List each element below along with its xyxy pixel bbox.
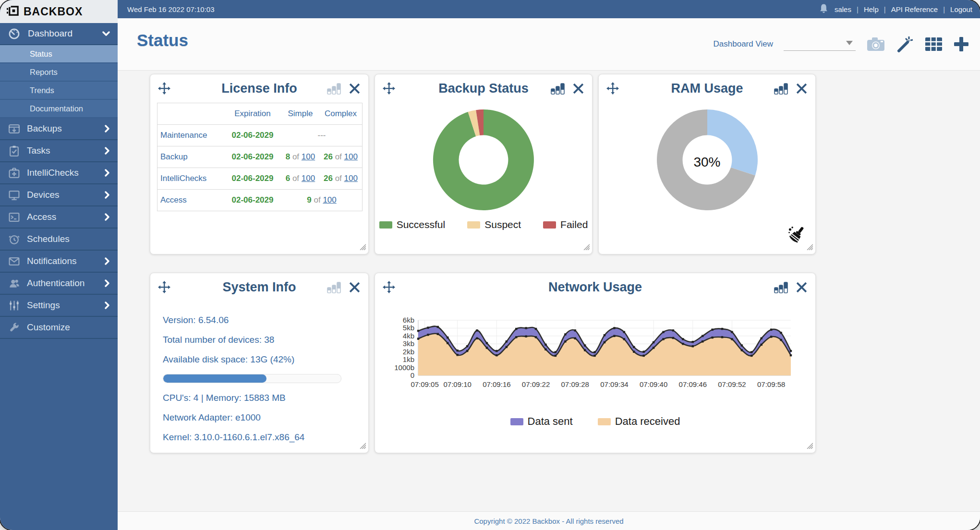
resize-handle[interactable] [359, 243, 366, 252]
column-header: Complex [319, 103, 363, 125]
move-handle-icon[interactable] [158, 82, 170, 96]
chevron-right-icon [104, 301, 110, 309]
sidebar-item-trends[interactable]: Trends [0, 82, 118, 100]
sidebar-item-status[interactable]: Status [0, 45, 118, 63]
brand-name: BACKBOX [24, 5, 83, 18]
chart-bars-icon[interactable] [326, 82, 341, 97]
dashboard-view-select[interactable] [784, 38, 856, 51]
svg-text:6kb: 6kb [403, 316, 414, 324]
chart-bars-icon[interactable] [773, 82, 788, 97]
svg-text:1kb: 1kb [403, 355, 414, 363]
logout-link[interactable]: Logout [950, 5, 972, 13]
brand-header: BACKBOX [0, 0, 118, 23]
sidebar-item-settings[interactable]: Settings [0, 295, 118, 317]
table-view-icon[interactable] [925, 37, 943, 51]
sidebar-item-dashboard[interactable]: Dashboard [0, 23, 118, 45]
move-handle-icon[interactable] [383, 281, 395, 295]
license-total-link[interactable]: 100 [302, 174, 315, 183]
magic-wand-icon[interactable] [896, 36, 914, 53]
close-icon[interactable] [349, 83, 361, 96]
separator: | [943, 5, 945, 13]
sidebar-item-documentation[interactable]: Documentation [0, 100, 118, 118]
chevron-right-icon [104, 169, 110, 177]
sidebar-item-label: Customize [27, 322, 70, 333]
move-handle-icon[interactable] [606, 82, 619, 96]
add-widget-plus-icon[interactable] [953, 36, 969, 52]
legend-label: Suspect [484, 219, 521, 230]
license-total-link[interactable]: 100 [344, 174, 358, 183]
chevron-right-icon [104, 147, 110, 155]
license-total-link[interactable]: 100 [344, 152, 358, 161]
widget-title: Network Usage [375, 273, 815, 295]
move-handle-icon[interactable] [383, 82, 395, 96]
api-reference-link[interactable]: API Reference [891, 5, 938, 13]
table-row: Access02-06-20299 of 100 [157, 190, 363, 211]
chart-bars-icon[interactable] [326, 281, 341, 296]
move-handle-icon[interactable] [158, 281, 170, 295]
close-icon[interactable] [796, 281, 808, 295]
ram-percent-label: 30% [599, 155, 815, 170]
separator: | [884, 5, 886, 13]
sidebar-item-backups[interactable]: Backups [0, 118, 118, 140]
disk-usage-fill [163, 374, 266, 383]
chart-bars-icon[interactable] [773, 281, 788, 296]
network-usage-legend: Data sentData received [375, 415, 815, 428]
topbar: Wed Feb 16 2022 07:10:03 sales | Help | … [118, 0, 980, 18]
resize-handle[interactable] [806, 243, 813, 252]
sidebar-item-intellichecks[interactable]: IntelliChecks [0, 162, 118, 184]
svg-text:07:09:10: 07:09:10 [443, 380, 471, 388]
svg-text:07:09:40: 07:09:40 [640, 380, 667, 388]
notifications-envelope-icon [8, 255, 20, 267]
chevron-right-icon [104, 191, 110, 199]
widget-system-info: System Info Version: 6.54.06Total number… [150, 273, 369, 453]
column-header [157, 103, 224, 125]
sidebar-item-customize[interactable]: Customize [0, 317, 118, 339]
sidebar-item-label: Authentication [27, 278, 85, 289]
system-info-line: Network Adapter: e1000 [163, 412, 356, 423]
tasks-clipboard-icon [8, 145, 20, 157]
caret-down-icon [846, 41, 853, 45]
legend-item: Suspect [467, 219, 521, 230]
system-info-line: CPU's: 4 | Memory: 15883 MB [163, 393, 356, 403]
screenshot-camera-icon[interactable] [866, 36, 885, 52]
backup-box-icon [8, 123, 20, 135]
license-total-link[interactable]: 100 [302, 152, 315, 161]
legend-item: Data received [598, 415, 680, 428]
sidebar-item-authentication[interactable]: Authentication [0, 273, 118, 295]
help-link[interactable]: Help [864, 5, 879, 13]
legend-swatch [598, 418, 611, 425]
sidebar-item-label: IntelliChecks [27, 168, 79, 178]
chevron-down-icon [102, 31, 110, 36]
close-icon[interactable] [796, 83, 808, 96]
user-menu[interactable]: sales [835, 5, 851, 13]
sidebar-item-access[interactable]: Access [0, 206, 118, 229]
resize-handle[interactable] [806, 442, 813, 451]
close-icon[interactable] [349, 281, 361, 295]
sidebar-item-label: Settings [27, 300, 60, 311]
svg-text:07:09:52: 07:09:52 [718, 380, 746, 388]
chart-bars-icon[interactable] [550, 82, 565, 97]
sidebar-item-notifications[interactable]: Notifications [0, 251, 118, 273]
cleanup-broom-icon[interactable] [787, 225, 806, 245]
backup-status-legend: SuccessfulSuspectFailed [375, 219, 592, 230]
gauge-icon [8, 28, 20, 40]
svg-text:07:09:05: 07:09:05 [411, 380, 438, 388]
resize-handle[interactable] [359, 442, 366, 451]
access-terminal-icon [8, 211, 20, 223]
sidebar-item-label: Dashboard [28, 28, 73, 39]
license-name: Maintenance [157, 125, 224, 146]
bell-icon[interactable] [818, 3, 829, 15]
sidebar-item-reports[interactable]: Reports [0, 63, 118, 82]
svg-text:07:09:22: 07:09:22 [522, 380, 550, 388]
resize-handle[interactable] [583, 243, 590, 252]
sidebar-item-tasks[interactable]: Tasks [0, 140, 118, 162]
close-icon[interactable] [572, 83, 584, 96]
svg-text:07:09:58: 07:09:58 [757, 380, 785, 388]
license-total-link[interactable]: 100 [323, 195, 336, 205]
svg-text:07:09:28: 07:09:28 [561, 380, 589, 388]
sidebar-item-schedules[interactable]: Schedules [0, 229, 118, 251]
license-complex: 26 of 100 [319, 168, 363, 190]
license-name: IntelliChecks [157, 168, 224, 190]
sidebar-item-devices[interactable]: Devices [0, 184, 118, 206]
legend-label: Data sent [528, 415, 573, 428]
